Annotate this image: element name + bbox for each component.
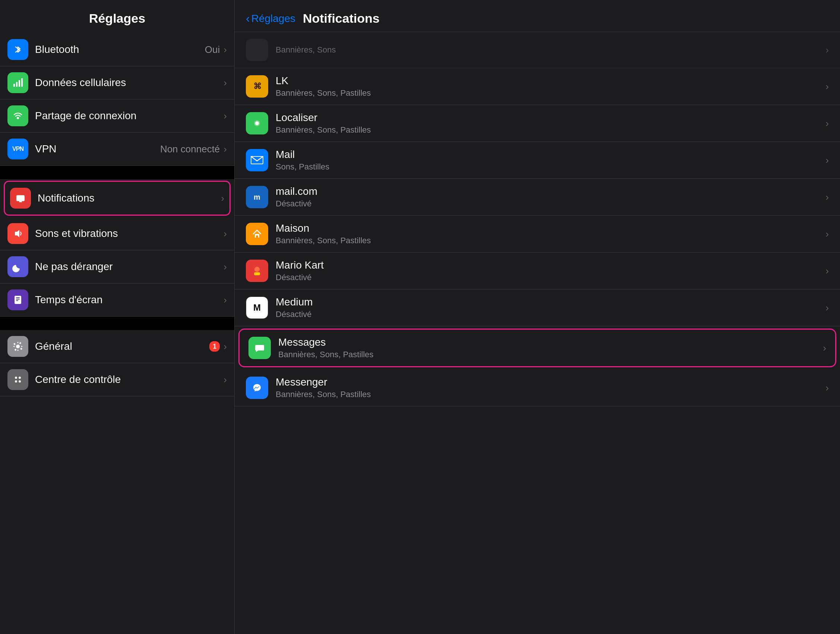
messenger-name: Messenger [276,376,826,388]
svg-rect-2 [19,80,20,87]
localiser-sub: Bannières, Sons, Pastilles [276,125,826,135]
notif-item-mail[interactable]: Mail Sons, Pastilles › [235,142,840,179]
lk-chevron: › [826,81,829,92]
nepas-label: Ne pas déranger [35,261,224,273]
notif-item-medium[interactable]: M Medium Désactivé › [235,289,840,326]
time-icon [8,289,28,310]
sound-icon [8,223,28,244]
notifications-label: Notifications [38,192,221,204]
settings-item-sons[interactable]: Sons et vibrations › [0,217,234,250]
settings-item-bluetooth[interactable]: Bluetooth Oui › [0,33,234,66]
medium-name: Medium [276,296,826,308]
temps-label: Temps d'écran [35,294,224,306]
svg-point-4 [17,117,19,119]
general-chevron: › [224,341,227,352]
notif-item-lk[interactable]: ⌘ LK Bannières, Sons, Pastilles › [235,68,840,105]
lk-info: LK Bannières, Sons, Pastilles [276,75,826,98]
settings-item-centre[interactable]: Centre de contrôle › [0,363,234,396]
mario-name: Mario Kart [276,259,826,271]
partage-label: Partage de connexion [35,110,224,122]
messenger-icon [246,377,268,399]
lk-icon: ⌘ [246,75,268,98]
svg-rect-10 [16,299,20,300]
vpn-label: VPN [35,143,160,155]
messenger-chevron: › [826,382,829,394]
messenger-sub: Bannières, Sons, Pastilles [276,390,826,399]
mario-info: Mario Kart Désactivé [276,259,826,282]
section-gap-2 [0,317,234,330]
notif-item-localiser[interactable]: Localiser Bannières, Sons, Pastilles › [235,105,840,142]
maison-info: Maison Bannières, Sons, Pastilles [276,222,826,246]
svg-rect-3 [21,78,23,87]
medium-sub: Désactivé [276,309,826,319]
svg-rect-8 [14,296,21,304]
settings-item-vpn[interactable]: VPN VPN Non connecté › [0,132,234,166]
svg-rect-26 [254,272,260,275]
mailcom-info: mail.com Désactivé [276,186,826,208]
settings-item-partage[interactable]: Partage de connexion › [0,99,234,132]
svg-rect-23 [256,235,258,238]
sons-chevron: › [224,228,227,240]
svg-rect-9 [16,297,20,298]
mailcom-chevron: › [826,191,829,203]
partial-info: Bannières, Sons [276,45,826,55]
medium-chevron: › [826,302,829,314]
notif-item-maison[interactable]: Maison Bannières, Sons, Pastilles › [235,216,840,252]
moon-icon [8,256,28,277]
vpn-chevron: › [224,144,227,155]
notif-item-messenger[interactable]: Messenger Bannières, Sons, Pastilles › [235,369,840,406]
svg-point-13 [19,377,21,379]
messages-icon [248,337,271,359]
settings-item-cellulaire[interactable]: Données cellulaires › [0,66,234,99]
svg-rect-6 [19,201,22,202]
right-header: ‹ Réglages Notifications [235,0,840,32]
settings-item-notifications[interactable]: Notifications › [4,181,231,216]
localiser-info: Localiser Bannières, Sons, Pastilles [276,112,826,135]
localiser-icon [246,112,268,134]
localiser-name: Localiser [276,112,826,124]
messages-chevron: › [823,342,826,354]
cellulaire-label: Données cellulaires [35,77,224,89]
back-chevron-icon: ‹ [246,11,250,25]
maison-sub: Bannières, Sons, Pastilles [276,236,826,246]
back-label: Réglages [251,13,295,25]
svg-rect-1 [16,82,17,87]
notif-item-messages[interactable]: Messages Bannières, Sons, Pastilles › [238,328,836,367]
svg-rect-11 [16,300,18,301]
medium-info: Medium Désactivé [276,296,826,319]
maison-name: Maison [276,222,826,234]
back-button[interactable]: ‹ Réglages [246,11,295,25]
left-panel: Réglages Bluetooth Oui › D [0,0,235,634]
control-center-icon [8,369,28,390]
notif-item-mariokart[interactable]: Mario Kart Désactivé › [235,252,840,289]
notif-item-mailcom[interactable]: m mail.com Désactivé › [235,179,840,216]
gear-icon [8,336,28,357]
bluetooth-chevron: › [224,44,227,55]
settings-item-temps[interactable]: Temps d'écran › [0,284,234,317]
svg-point-12 [15,377,17,379]
partial-icon [246,39,268,61]
settings-item-general[interactable]: Général 1 › [0,330,234,363]
bluetooth-icon [8,39,28,60]
settings-list: Bluetooth Oui › Données cellulaires › [0,33,234,634]
notifications-icon [10,188,31,208]
settings-item-nepas[interactable]: Ne pas déranger › [0,250,234,284]
bluetooth-value: Oui [205,44,220,55]
mail-name: Mail [276,148,826,161]
svg-point-25 [254,267,260,272]
notifications-page-title: Notifications [303,11,380,26]
mail-info: Mail Sons, Pastilles [276,148,826,172]
bluetooth-label: Bluetooth [35,44,205,55]
notif-item-partial[interactable]: Bannières, Sons › [235,32,840,68]
left-panel-title: Réglages [0,0,234,33]
svg-rect-5 [16,195,25,201]
notifications-chevron: › [221,192,224,204]
cellular-icon [8,72,28,93]
mailcom-sub: Désactivé [276,199,826,208]
partial-chevron: › [826,44,829,56]
svg-point-18 [255,121,259,125]
mail-chevron: › [826,155,829,166]
vpn-value: Non connecté [160,144,220,155]
notifications-list: Bannières, Sons › ⌘ LK Bannières, Sons, … [235,32,840,634]
nepas-chevron: › [224,261,227,273]
